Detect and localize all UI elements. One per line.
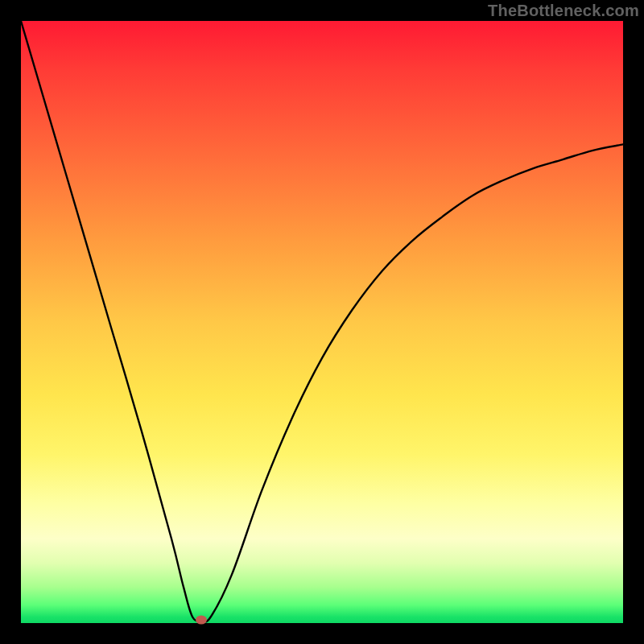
plot-area	[21, 21, 623, 623]
bottleneck-curve	[21, 21, 623, 623]
chart-frame: TheBottleneck.com	[0, 0, 644, 644]
optimum-marker	[196, 616, 207, 625]
curve-path	[21, 21, 623, 621]
watermark-text: TheBottleneck.com	[488, 2, 639, 20]
